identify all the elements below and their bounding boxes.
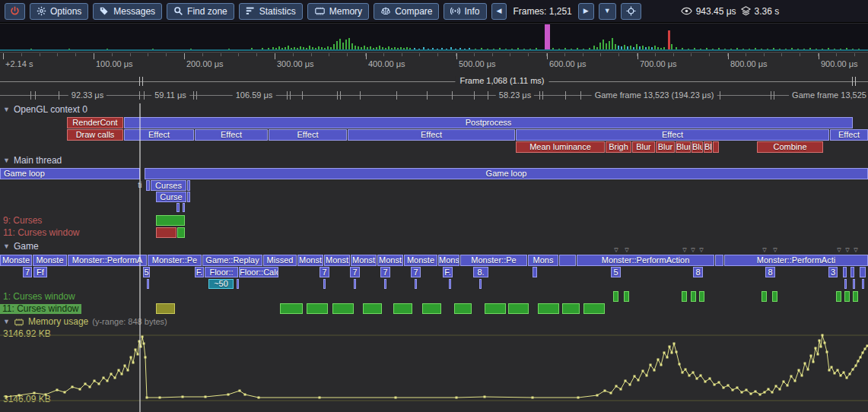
zone[interactable] bbox=[156, 303, 175, 314]
zone-7[interactable]: 7 bbox=[23, 267, 32, 277]
section-header-game[interactable]: ▼Game bbox=[3, 242, 39, 252]
zone[interactable] bbox=[836, 291, 841, 302]
zone-ff[interactable]: Ff bbox=[33, 267, 47, 277]
zone[interactable] bbox=[691, 291, 696, 302]
zone[interactable] bbox=[613, 291, 618, 302]
prev-frame-button[interactable]: ◀ bbox=[491, 3, 507, 20]
zone[interactable] bbox=[533, 267, 537, 277]
zone-7[interactable]: 7 bbox=[380, 267, 390, 277]
zone-monster-pe[interactable]: Monster::Pe bbox=[148, 255, 202, 266]
zone[interactable] bbox=[559, 255, 576, 266]
zone[interactable] bbox=[177, 227, 185, 238]
zone-missed[interactable]: Missed bbox=[263, 255, 297, 266]
zone-effect[interactable]: Effect bbox=[195, 129, 268, 141]
zone[interactable] bbox=[479, 279, 482, 289]
zone-floor-calc[interactable]: Floor::Calc bbox=[239, 267, 278, 277]
zone[interactable] bbox=[583, 303, 605, 314]
track-label-1-curses-window[interactable]: 1: Curses window bbox=[3, 292, 75, 302]
track-label-9-curses[interactable]: 9: Curses bbox=[3, 216, 42, 226]
options-button[interactable]: Options bbox=[30, 3, 88, 20]
zone[interactable] bbox=[844, 291, 850, 302]
zone[interactable] bbox=[454, 303, 472, 314]
zone-3[interactable]: 3 bbox=[828, 267, 838, 277]
zone-monst[interactable]: Monst bbox=[324, 255, 350, 266]
zone[interactable] bbox=[187, 180, 190, 191]
zone[interactable] bbox=[843, 267, 847, 277]
zoom-to-frame-button[interactable]: ▼ bbox=[599, 3, 616, 20]
zone[interactable] bbox=[508, 303, 529, 314]
zone[interactable] bbox=[280, 303, 303, 314]
section-header-opengl-context-0[interactable]: ▼OpenGL context 0 bbox=[3, 105, 87, 115]
zone[interactable] bbox=[713, 141, 719, 153]
next-frame-button[interactable]: ▶ bbox=[578, 3, 594, 20]
zone-curses[interactable]: Curses bbox=[151, 180, 186, 191]
zone-5[interactable]: 5 bbox=[143, 267, 150, 277]
zone[interactable] bbox=[699, 291, 704, 302]
zone[interactable] bbox=[156, 227, 176, 238]
zone-monster-pe[interactable]: Monster::Pe bbox=[460, 255, 527, 266]
zone[interactable] bbox=[307, 303, 328, 314]
zone[interactable] bbox=[176, 203, 180, 212]
zone-effect[interactable]: Effect bbox=[348, 129, 515, 141]
zone-mean-luminance[interactable]: Mean luminance bbox=[516, 141, 605, 153]
power-button[interactable] bbox=[5, 3, 25, 20]
zone[interactable] bbox=[422, 303, 441, 314]
zone-draw-calls[interactable]: Draw calls bbox=[67, 129, 123, 141]
track-label-11-curses-window[interactable]: 11: Curses window bbox=[0, 304, 81, 314]
statistics-button[interactable]: Statistics bbox=[239, 3, 303, 20]
zone-game-loop[interactable]: Game loop bbox=[145, 168, 868, 179]
zone[interactable] bbox=[323, 279, 326, 289]
zone[interactable] bbox=[485, 303, 506, 314]
zone-8[interactable]: 8 bbox=[693, 267, 703, 277]
zone[interactable] bbox=[538, 303, 559, 314]
zone-rendercont[interactable]: RenderCont bbox=[67, 117, 123, 128]
zone[interactable] bbox=[187, 192, 190, 202]
zone-7[interactable]: 7 bbox=[411, 267, 421, 277]
zone-monst[interactable]: Monst bbox=[377, 255, 403, 266]
zone-brigh[interactable]: Brigh bbox=[606, 141, 631, 153]
zone[interactable] bbox=[772, 291, 777, 302]
zone-postprocess[interactable]: Postprocess bbox=[124, 117, 853, 128]
zone[interactable] bbox=[332, 303, 354, 314]
zone[interactable] bbox=[851, 267, 854, 277]
zone-50[interactable]: ~50 bbox=[208, 279, 234, 289]
zone-game-replay[interactable]: Game::Replay bbox=[202, 255, 262, 266]
zone-blur[interactable]: Blur bbox=[632, 141, 655, 153]
zone[interactable] bbox=[237, 279, 239, 289]
zone-monster-performacti[interactable]: Monster::PerformActi bbox=[724, 255, 868, 266]
zone-effect[interactable]: Effect bbox=[124, 129, 194, 141]
compare-button[interactable]: Compare bbox=[374, 3, 439, 20]
zone-monste[interactable]: Monste bbox=[33, 255, 67, 266]
zone-blur[interactable]: Blur bbox=[656, 141, 675, 153]
zone-monst[interactable]: Monst bbox=[297, 255, 323, 266]
zone[interactable] bbox=[449, 279, 451, 289]
zone-effect[interactable]: Effect bbox=[269, 129, 347, 141]
zone-8[interactable]: 8 bbox=[765, 267, 775, 277]
zone[interactable] bbox=[393, 303, 412, 314]
zone-mons[interactable]: Mons bbox=[528, 255, 558, 266]
zone[interactable] bbox=[415, 279, 417, 289]
zone[interactable] bbox=[562, 303, 580, 314]
zone-monste[interactable]: Monste bbox=[404, 255, 437, 266]
zone[interactable] bbox=[156, 215, 185, 226]
memory-button[interactable]: Memory bbox=[307, 3, 369, 20]
zone-curse[interactable]: Curse bbox=[156, 192, 186, 202]
zone-monste[interactable]: Monste bbox=[0, 255, 32, 266]
zone[interactable] bbox=[363, 303, 382, 314]
messages-button[interactable]: Messages bbox=[93, 3, 162, 20]
zone[interactable] bbox=[384, 279, 386, 289]
zone[interactable] bbox=[146, 180, 150, 191]
zone-mons[interactable]: Mons bbox=[438, 255, 459, 266]
zone-bl[interactable]: Bl bbox=[704, 141, 712, 153]
section-header-memory-usage[interactable]: ▼Memory usage(y-range: 848 bytes) bbox=[3, 317, 167, 327]
zone[interactable] bbox=[844, 279, 847, 289]
find-zone-button[interactable]: Find zone bbox=[167, 3, 234, 20]
info-button[interactable]: Info bbox=[444, 3, 486, 20]
zone-combine[interactable]: Combine bbox=[757, 141, 823, 153]
zone[interactable] bbox=[624, 291, 629, 302]
zone-monst[interactable]: Monst bbox=[351, 255, 377, 266]
track-label-11-curses-window[interactable]: 11: Curses window bbox=[3, 228, 80, 238]
zone-7[interactable]: 7 bbox=[320, 267, 329, 277]
zone[interactable] bbox=[853, 291, 858, 302]
zone-game-loop[interactable]: Game loop bbox=[0, 168, 140, 179]
